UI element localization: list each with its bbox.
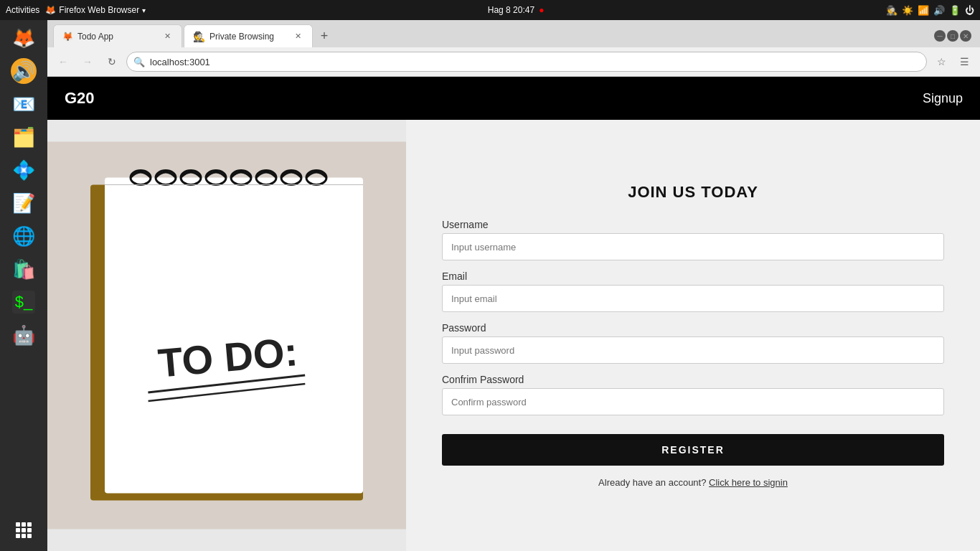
username-label: Username: [442, 219, 944, 230]
address-bar-input[interactable]: [126, 52, 927, 72]
username-input[interactable]: [442, 233, 944, 260]
signin-link-text: Already have an account? Click here to s…: [598, 477, 788, 488]
firefox-dock-icon: 🦊: [12, 27, 35, 50]
bookmark-icon[interactable]: ☆: [931, 52, 951, 72]
tab-private[interactable]: 🕵️ Private Browsing ✕: [184, 24, 313, 47]
email-input[interactable]: [442, 285, 944, 312]
notebook-svg: TO DO:: [47, 120, 406, 551]
tab-todo[interactable]: 🦊 Todo App ✕: [53, 24, 182, 47]
email-label: Email: [442, 270, 944, 282]
sidebar-item-appstore[interactable]: 🛍️: [9, 254, 39, 284]
confirm-password-group: Confrim Password: [442, 374, 944, 415]
navigation-bar: ← → ↻ 🔍 ☆ ☰: [47, 47, 980, 76]
email-group: Email: [442, 270, 944, 312]
reload-button[interactable]: ↻: [102, 52, 122, 72]
page-content: G20 Signup: [47, 77, 980, 551]
appstore-icon: 🛍️: [12, 258, 35, 281]
confirm-password-input[interactable]: [442, 388, 944, 415]
browser-maximize[interactable]: □: [947, 30, 958, 42]
system-top-bar: Activities 🦊 Firefox Web Browser ▾ Hag 8…: [0, 0, 980, 20]
datetime-display: Hag 8 20:47: [488, 5, 534, 15]
vscode-icon: 💠: [12, 159, 35, 182]
terminal-icon: $_: [12, 291, 35, 314]
tab-private-icon: 🕵️: [193, 31, 205, 42]
signup-form-panel: JOIN US TODAY Username Email Password Co…: [406, 120, 980, 551]
signin-link[interactable]: Click here to signin: [709, 477, 788, 488]
recording-indicator: ●: [539, 5, 544, 15]
battery-icon[interactable]: 🔋: [949, 5, 961, 16]
activities-button[interactable]: Activities: [6, 5, 39, 15]
username-group: Username: [442, 219, 944, 260]
files-icon: 🗂️: [12, 126, 35, 149]
browser-minimize[interactable]: ─: [934, 30, 946, 42]
tab-bar: 🦊 Todo App ✕ 🕵️ Private Browsing ✕ + ─ □…: [47, 20, 980, 47]
application-sidebar: 🦊 🔊 📧 🗂️ 💠 📝 🌐 🛍️ $_ 🤖: [0, 20, 47, 551]
app-logo: G20: [65, 89, 95, 108]
nav-right-icons: ☆ ☰: [931, 52, 974, 72]
password-group: Password: [442, 322, 944, 364]
email-icon: 📧: [12, 93, 35, 116]
chrome-icon: 🌐: [12, 225, 35, 248]
sidebar-item-terminal[interactable]: $_: [9, 287, 39, 317]
brightness-icon[interactable]: ☀️: [902, 5, 913, 16]
sidebar-item-email[interactable]: 📧: [9, 89, 39, 119]
tab-private-label: Private Browsing: [209, 32, 274, 42]
tab-todo-favicon: 🦊: [62, 32, 73, 42]
browser-chrome: 🦊 Todo App ✕ 🕵️ Private Browsing ✕ + ─ □…: [47, 20, 980, 77]
password-label: Password: [442, 322, 944, 334]
sidebar-item-apps[interactable]: [9, 515, 39, 545]
browser-window: 🦊 Todo App ✕ 🕵️ Private Browsing ✕ + ─ □…: [47, 20, 980, 551]
hamburger-menu-icon[interactable]: ☰: [954, 52, 974, 72]
sidebar-item-firefox[interactable]: 🦊: [9, 23, 39, 53]
register-button[interactable]: REGISTER: [442, 434, 944, 466]
volume-icon[interactable]: 🔊: [933, 5, 945, 16]
tab-todo-close[interactable]: ✕: [161, 31, 173, 42]
firefox-icon: 🦊: [45, 5, 56, 15]
forward-button[interactable]: →: [77, 52, 98, 72]
sidebar-item-files[interactable]: 🗂️: [9, 122, 39, 152]
browser-menu-chevron[interactable]: ▾: [142, 6, 146, 14]
address-bar-wrapper: 🔍: [126, 52, 927, 72]
app-header: G20 Signup: [47, 77, 980, 120]
tab-private-close[interactable]: ✕: [292, 31, 303, 42]
password-input[interactable]: [442, 336, 944, 364]
sidebar-item-vscode[interactable]: 💠: [9, 155, 39, 185]
writer-icon: 📝: [12, 192, 35, 215]
browser-close[interactable]: ✕: [960, 30, 971, 42]
sidebar-item-android-studio[interactable]: 🤖: [9, 320, 39, 350]
signup-nav-link[interactable]: Signup: [923, 91, 963, 106]
apps-grid-icon: [16, 522, 32, 538]
new-tab-button[interactable]: +: [314, 26, 334, 46]
search-icon: 🔍: [133, 57, 145, 67]
wifi-icon[interactable]: 📶: [918, 5, 929, 16]
audio-icon: 🔊: [11, 58, 37, 84]
tab-todo-label: Todo App: [77, 32, 113, 42]
privacy-icon: 🕵️: [886, 5, 897, 16]
back-button[interactable]: ←: [53, 52, 73, 72]
sidebar-item-writer[interactable]: 📝: [9, 188, 39, 218]
power-icon[interactable]: ⏻: [965, 5, 974, 16]
confirm-password-label: Confrim Password: [442, 374, 944, 385]
signin-prompt: Already have an account?: [598, 477, 706, 488]
android-studio-icon: 🤖: [12, 324, 35, 347]
firefox-name: Firefox Web Browser: [59, 5, 139, 15]
form-title: JOIN US TODAY: [628, 183, 758, 202]
main-content: TO DO: JOIN US TODAY Username Email: [47, 120, 980, 551]
sidebar-item-audio[interactable]: 🔊: [9, 56, 39, 86]
firefox-label: 🦊 Firefox Web Browser ▾: [45, 5, 146, 15]
sidebar-item-chrome[interactable]: 🌐: [9, 221, 39, 251]
notebook-image-panel: TO DO:: [47, 120, 406, 551]
